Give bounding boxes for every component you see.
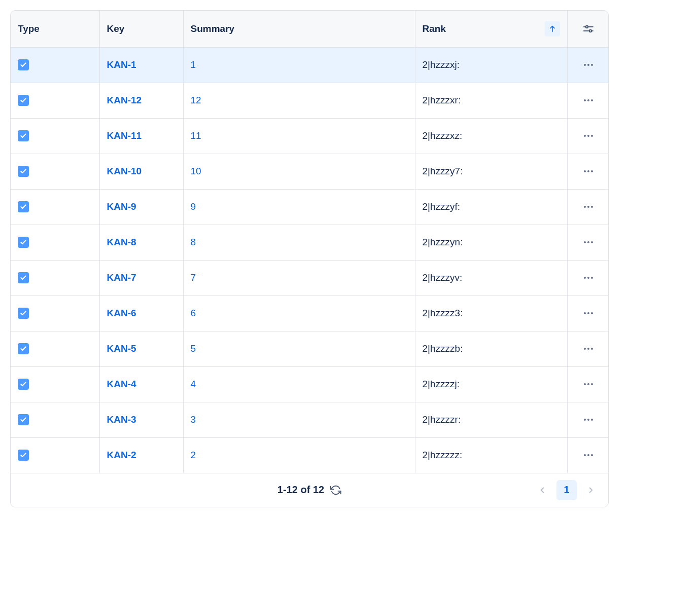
issue-key-link[interactable]: KAN-1	[107, 59, 136, 70]
more-actions-icon[interactable]	[580, 447, 597, 464]
svg-point-9	[587, 99, 589, 101]
sort-ascending-icon[interactable]	[545, 21, 560, 36]
more-actions-icon[interactable]	[580, 411, 597, 428]
column-label: Summary	[191, 23, 235, 34]
cell-type	[11, 47, 99, 83]
svg-point-8	[584, 99, 586, 101]
cell-rank: 2|hzzzy7:	[415, 154, 567, 189]
svg-point-7	[591, 64, 593, 66]
issue-summary-link[interactable]: 1	[191, 59, 196, 70]
issue-summary-link[interactable]: 7	[191, 272, 196, 283]
refresh-icon[interactable]	[330, 485, 341, 496]
issue-summary-link[interactable]: 8	[191, 237, 196, 247]
issue-key-link[interactable]: KAN-8	[107, 237, 136, 247]
cell-rank: 2|hzzzyn:	[415, 225, 567, 260]
more-actions-icon[interactable]	[580, 234, 597, 251]
svg-point-26	[584, 312, 586, 314]
table-row[interactable]: KAN-11112|hzzzxz:	[11, 118, 609, 154]
issue-summary-link[interactable]: 3	[191, 414, 196, 425]
more-actions-icon[interactable]	[580, 269, 597, 286]
svg-point-4	[589, 30, 591, 32]
cell-type	[11, 260, 99, 295]
cell-summary: 8	[183, 225, 415, 260]
issue-summary-link[interactable]: 4	[191, 379, 196, 389]
more-actions-icon[interactable]	[580, 340, 597, 357]
cell-key: KAN-5	[99, 331, 183, 366]
table-row[interactable]: KAN-992|hzzzyf:	[11, 189, 609, 225]
issue-summary-link[interactable]: 12	[191, 95, 201, 105]
issue-key-link[interactable]: KAN-6	[107, 308, 136, 318]
more-actions-icon[interactable]	[580, 305, 597, 322]
table-row[interactable]: KAN-882|hzzzyn:	[11, 225, 609, 260]
cell-type	[11, 154, 99, 189]
table-row[interactable]: KAN-552|hzzzzb:	[11, 331, 609, 366]
cell-type	[11, 366, 99, 402]
pagination-prev[interactable]	[532, 480, 552, 500]
pagination-next[interactable]	[581, 480, 601, 500]
task-type-icon	[18, 308, 29, 319]
column-header-actions	[567, 11, 609, 47]
svg-point-12	[587, 135, 589, 137]
more-actions-icon[interactable]	[580, 127, 597, 144]
table-row[interactable]: KAN-10102|hzzzy7:	[11, 154, 609, 189]
issue-key-link[interactable]: KAN-3	[107, 414, 136, 425]
issue-summary-link[interactable]: 10	[191, 166, 201, 176]
issue-summary-link[interactable]: 9	[191, 201, 196, 212]
issue-key-link[interactable]: KAN-10	[107, 166, 142, 176]
pagination-range: 1-12 of 12	[277, 484, 324, 496]
cell-summary: 4	[183, 366, 415, 402]
more-actions-icon[interactable]	[580, 56, 597, 73]
more-actions-icon[interactable]	[580, 198, 597, 215]
svg-point-32	[584, 383, 586, 385]
rank-value: 2|hzzzyv:	[423, 272, 463, 283]
cell-actions	[567, 295, 609, 331]
issue-summary-link[interactable]: 2	[191, 450, 196, 460]
issue-key-link[interactable]: KAN-11	[107, 130, 142, 141]
cell-type	[11, 189, 99, 225]
column-header-rank[interactable]: Rank	[415, 11, 567, 47]
pagination: 1	[532, 480, 601, 500]
table-row[interactable]: KAN-442|hzzzzj:	[11, 366, 609, 402]
more-actions-icon[interactable]	[580, 376, 597, 393]
svg-point-23	[584, 277, 586, 279]
cell-key: KAN-9	[99, 189, 183, 225]
cell-actions	[567, 83, 609, 118]
issue-summary-link[interactable]: 11	[191, 130, 201, 141]
svg-point-31	[591, 348, 593, 350]
task-type-icon	[18, 95, 29, 106]
table-row[interactable]: KAN-662|hzzzz3:	[11, 295, 609, 331]
issue-key-link[interactable]: KAN-7	[107, 272, 136, 283]
cell-rank: 2|hzzzzb:	[415, 331, 567, 366]
issue-summary-link[interactable]: 5	[191, 343, 196, 354]
issue-summary-link[interactable]: 6	[191, 308, 196, 318]
column-header-summary[interactable]: Summary	[183, 11, 415, 47]
column-header-key[interactable]: Key	[99, 11, 183, 47]
table-row[interactable]: KAN-112|hzzzxj:	[11, 47, 609, 83]
rank-value: 2|hzzzyf:	[423, 201, 461, 212]
table-row[interactable]: KAN-12122|hzzzxr:	[11, 83, 609, 118]
cell-actions	[567, 225, 609, 260]
cell-rank: 2|hzzzxj:	[415, 47, 567, 83]
column-header-type[interactable]: Type	[11, 11, 99, 47]
svg-point-17	[584, 206, 586, 208]
table-row[interactable]: KAN-772|hzzzyv:	[11, 260, 609, 295]
task-type-icon	[18, 130, 29, 141]
cell-rank: 2|hzzzyf:	[415, 189, 567, 225]
table-footer: 1-12 of 12 1	[11, 473, 608, 507]
cell-key: KAN-11	[99, 118, 183, 154]
column-label: Key	[107, 23, 125, 34]
issue-key-link[interactable]: KAN-4	[107, 379, 136, 389]
pagination-page-1[interactable]: 1	[556, 480, 577, 500]
column-settings-icon[interactable]	[580, 20, 597, 38]
issue-key-link[interactable]: KAN-9	[107, 201, 136, 212]
more-actions-icon[interactable]	[580, 92, 597, 109]
issue-key-link[interactable]: KAN-5	[107, 343, 136, 354]
cell-summary: 9	[183, 189, 415, 225]
svg-point-40	[591, 454, 593, 456]
table-row[interactable]: KAN-332|hzzzzr:	[11, 402, 609, 437]
more-actions-icon[interactable]	[580, 163, 597, 180]
issue-key-link[interactable]: KAN-12	[107, 95, 142, 105]
issue-key-link[interactable]: KAN-2	[107, 450, 136, 460]
table-row[interactable]: KAN-222|hzzzzz:	[11, 437, 609, 473]
rank-value: 2|hzzzxr:	[423, 95, 461, 105]
